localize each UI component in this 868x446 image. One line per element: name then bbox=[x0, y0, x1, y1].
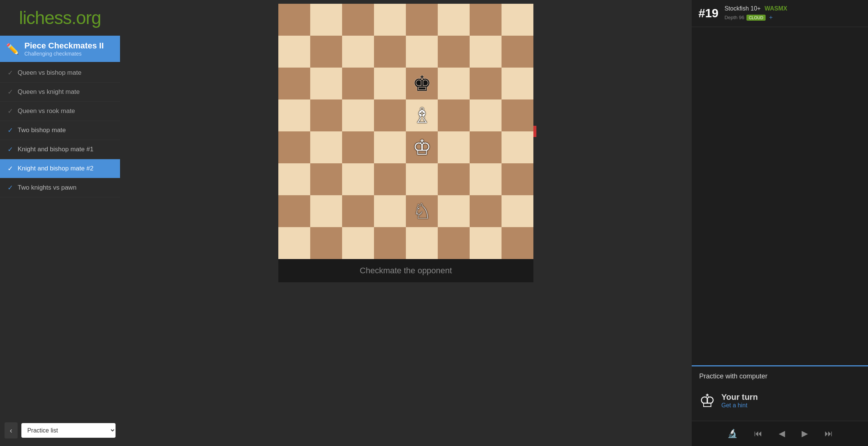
check-icon-gray-2: ✓ bbox=[8, 88, 13, 96]
cell-r7-c1[interactable] bbox=[310, 227, 342, 259]
cell-r0-c4[interactable] bbox=[406, 4, 438, 36]
practice-subtitle: Challenging checkmates bbox=[24, 51, 104, 57]
cell-r5-c1[interactable] bbox=[310, 163, 342, 195]
sidebar-item-queen-vs-rook[interactable]: ✓ Queen vs rook mate bbox=[0, 102, 120, 121]
cell-r1-c2[interactable] bbox=[342, 36, 374, 68]
back-button[interactable]: ‹ bbox=[5, 422, 18, 438]
cell-r3-c3[interactable] bbox=[374, 99, 406, 131]
plus-icon[interactable]: ＋ bbox=[768, 14, 774, 21]
check-icon-gray: ✓ bbox=[8, 69, 13, 77]
sidebar-item-two-knights[interactable]: ✓ Two knights vs pawn bbox=[0, 178, 120, 197]
cell-r6-c7[interactable] bbox=[502, 195, 533, 227]
cell-r2-c7[interactable] bbox=[502, 68, 533, 99]
cell-r2-c0[interactable] bbox=[278, 68, 310, 99]
cell-r3-c7[interactable] bbox=[502, 99, 533, 131]
cell-r1-c6[interactable] bbox=[470, 36, 502, 68]
cell-r0-c1[interactable] bbox=[310, 4, 342, 36]
right-panel: #19 Stockfish 10+ WASMX Depth 96 CLOUD ＋… bbox=[692, 0, 868, 446]
cell-r7-c7[interactable] bbox=[502, 227, 533, 259]
logo: lichess.org bbox=[0, 8, 120, 28]
practice-header[interactable]: ✏️ Piece Checkmates II Challenging check… bbox=[0, 36, 120, 62]
practice-header-text: Piece Checkmates II Challenging checkmat… bbox=[24, 41, 104, 57]
cell-r3-c4[interactable]: ♗ bbox=[406, 99, 438, 131]
cell-r2-c1[interactable] bbox=[310, 68, 342, 99]
cell-r6-c5[interactable] bbox=[438, 195, 470, 227]
cell-r2-c4[interactable]: ♚ bbox=[406, 68, 438, 99]
cell-r4-c6[interactable] bbox=[470, 131, 502, 163]
cell-r7-c3[interactable] bbox=[374, 227, 406, 259]
cell-r7-c2[interactable] bbox=[342, 227, 374, 259]
cell-r0-c5[interactable] bbox=[438, 4, 470, 36]
cell-r6-c3[interactable] bbox=[374, 195, 406, 227]
cell-r5-c0[interactable] bbox=[278, 163, 310, 195]
sidebar-item-label: Queen vs bishop mate bbox=[18, 69, 81, 77]
cell-r1-c4[interactable] bbox=[406, 36, 438, 68]
your-turn-row: ♔ Your turn Get a hint bbox=[699, 386, 860, 415]
cell-r0-c6[interactable] bbox=[470, 4, 502, 36]
cell-r4-c1[interactable] bbox=[310, 131, 342, 163]
cell-r0-c7[interactable] bbox=[502, 4, 533, 36]
cell-r6-c2[interactable] bbox=[342, 195, 374, 227]
cell-r0-c2[interactable] bbox=[342, 4, 374, 36]
cell-r4-c3[interactable] bbox=[374, 131, 406, 163]
cell-r4-c2[interactable] bbox=[342, 131, 374, 163]
next-button[interactable]: ▶ bbox=[798, 426, 812, 441]
sidebar-item-two-bishop[interactable]: ✓ Two bishop mate bbox=[0, 121, 120, 140]
check-icon-gray-3: ✓ bbox=[8, 107, 13, 115]
depth-label: Depth 96 bbox=[724, 15, 744, 20]
piece-6,4[interactable]: ♘ bbox=[413, 201, 431, 222]
cell-r5-c5[interactable] bbox=[438, 163, 470, 195]
cell-r6-c4[interactable]: ♘ bbox=[406, 195, 438, 227]
cell-r4-c4[interactable]: ♔ bbox=[406, 131, 438, 163]
cell-r6-c1[interactable] bbox=[310, 195, 342, 227]
cell-r5-c7[interactable] bbox=[502, 163, 533, 195]
sidebar-item-knight-bishop-1[interactable]: ✓ Knight and bishop mate #1 bbox=[0, 140, 120, 159]
cell-r6-c0[interactable] bbox=[278, 195, 310, 227]
skip-end-button[interactable]: ⏭ bbox=[821, 426, 836, 441]
cell-r1-c7[interactable] bbox=[502, 36, 533, 68]
cell-r0-c3[interactable] bbox=[374, 4, 406, 36]
logo-text-plain: lichess bbox=[19, 8, 72, 28]
skip-start-button[interactable]: ⏮ bbox=[750, 426, 766, 441]
practice-section: Practice with computer ♔ Your turn Get a… bbox=[692, 365, 868, 421]
cell-r1-c5[interactable] bbox=[438, 36, 470, 68]
cell-r4-c7[interactable] bbox=[502, 131, 533, 163]
cell-r4-c5[interactable] bbox=[438, 131, 470, 163]
cell-r2-c2[interactable] bbox=[342, 68, 374, 99]
engine-wasmx: WASMX bbox=[764, 5, 787, 12]
cell-r2-c6[interactable] bbox=[470, 68, 502, 99]
piece-2,4[interactable]: ♚ bbox=[413, 73, 431, 94]
cell-r4-c0[interactable] bbox=[278, 131, 310, 163]
cell-r0-c0[interactable] bbox=[278, 4, 310, 36]
cell-r5-c4[interactable] bbox=[406, 163, 438, 195]
cell-r7-c4[interactable] bbox=[406, 227, 438, 259]
cell-r3-c0[interactable] bbox=[278, 99, 310, 131]
cell-r5-c6[interactable] bbox=[470, 163, 502, 195]
cell-r1-c0[interactable] bbox=[278, 36, 310, 68]
cell-r2-c5[interactable] bbox=[438, 68, 470, 99]
cell-r7-c0[interactable] bbox=[278, 227, 310, 259]
sidebar-item-queen-vs-bishop[interactable]: ✓ Queen vs bishop mate bbox=[0, 63, 120, 83]
cell-r7-c5[interactable] bbox=[438, 227, 470, 259]
cell-r3-c2[interactable] bbox=[342, 99, 374, 131]
cell-r3-c6[interactable] bbox=[470, 99, 502, 131]
cell-r7-c6[interactable] bbox=[470, 227, 502, 259]
hint-link[interactable]: Get a hint bbox=[721, 402, 758, 409]
prev-button[interactable]: ◀ bbox=[775, 426, 789, 441]
cell-r5-c2[interactable] bbox=[342, 163, 374, 195]
practice-list-select[interactable]: Practice list bbox=[21, 423, 116, 438]
practice-header-icon: ✏️ bbox=[6, 43, 19, 55]
cell-r3-c1[interactable] bbox=[310, 99, 342, 131]
analysis-button[interactable]: 🔬 bbox=[724, 426, 741, 441]
cell-r1-c1[interactable] bbox=[310, 36, 342, 68]
cell-r3-c5[interactable] bbox=[438, 99, 470, 131]
practice-section-title: Practice with computer bbox=[699, 372, 860, 380]
cell-r5-c3[interactable] bbox=[374, 163, 406, 195]
cell-r6-c6[interactable] bbox=[470, 195, 502, 227]
cell-r1-c3[interactable] bbox=[374, 36, 406, 68]
piece-4,4[interactable]: ♔ bbox=[413, 137, 431, 158]
sidebar-item-queen-vs-knight[interactable]: ✓ Queen vs knight mate bbox=[0, 83, 120, 102]
piece-3,4[interactable]: ♗ bbox=[413, 105, 431, 126]
sidebar-item-knight-bishop-2[interactable]: ✓ Knight and bishop mate #2 bbox=[0, 159, 120, 178]
cell-r2-c3[interactable] bbox=[374, 68, 406, 99]
